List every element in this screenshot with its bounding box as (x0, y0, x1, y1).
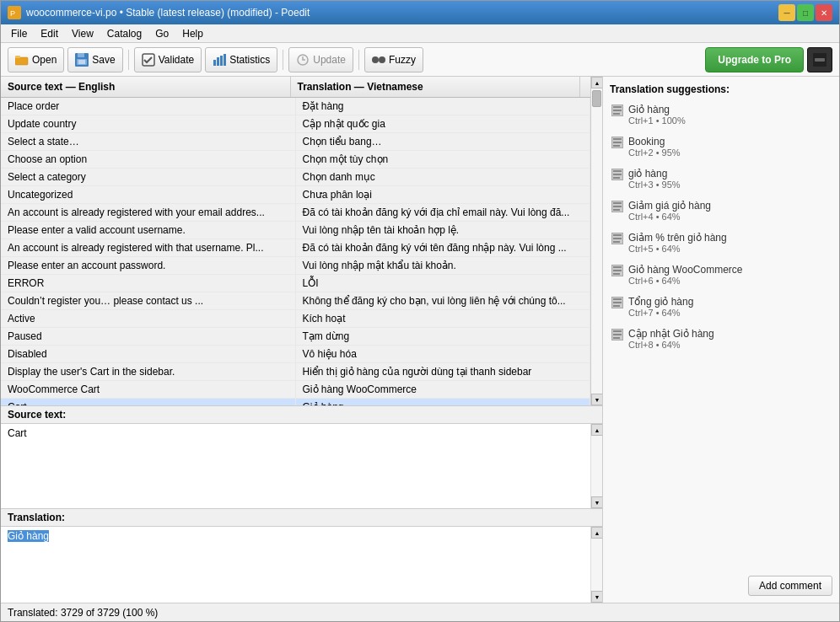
translation-cell: Kích hoạt (296, 310, 591, 327)
fuzzy-button[interactable]: Fuzzy (364, 47, 423, 72)
table-row[interactable]: Update country Cập nhật quốc gia (1, 115, 590, 133)
table-row[interactable]: Paused Tạm dừng (1, 328, 590, 346)
scroll-thumb[interactable] (592, 90, 601, 107)
svg-rect-32 (613, 241, 620, 243)
suggestion-text-block: Booking Ctrl+2 • 95% (628, 136, 681, 158)
suggestion-text: Booking (628, 136, 681, 147)
pro-icon-button[interactable] (807, 47, 832, 72)
table-row[interactable]: Place order Đặt hàng (1, 98, 590, 115)
table-row[interactable]: ERROR LỖI (1, 275, 590, 292)
menu-catalog[interactable]: Catalog (100, 26, 148, 41)
title-bar-left: P woocommerce-vi.po • Stable (latest rel… (8, 6, 310, 19)
update-button[interactable]: Update (288, 47, 353, 72)
table-row[interactable]: Please enter an account password. Vui lò… (1, 257, 590, 275)
suggestion-item[interactable]: Giỏ hàng WooCommerce Ctrl+6 • 64% (610, 262, 832, 287)
table-row[interactable]: Disabled Vô hiệu hóa (1, 346, 590, 363)
table-row[interactable]: Cart Giỏ hàng (1, 399, 590, 405)
table-row[interactable]: WooCommerce Cart Giỏ hàng WooCommerce (1, 381, 590, 399)
suggestion-item[interactable]: Cập nhật Giỏ hàng Ctrl+8 • 64% (610, 326, 832, 351)
menu-go[interactable]: Go (148, 26, 175, 41)
menu-help[interactable]: Help (175, 26, 210, 41)
scroll-down-arrow[interactable]: ▼ (591, 394, 602, 405)
suggestion-text-block: giỏ hàng Ctrl+3 • 95% (628, 168, 681, 190)
table-row[interactable]: Please enter a valid account username. V… (1, 222, 590, 239)
source-scrollbar[interactable]: ▲ ▼ (590, 424, 602, 508)
suggestion-item[interactable]: Giảm giá giỏ hàng Ctrl+4 • 64% (610, 198, 832, 223)
translation-cell: Đã có tài khoản đăng ký với tên đăng nhậ… (296, 239, 591, 256)
source-cell: Select a category (1, 169, 296, 185)
validate-button[interactable]: Validate (134, 47, 202, 72)
trans-scroll-down[interactable]: ▼ (591, 591, 603, 603)
svg-rect-39 (613, 330, 622, 332)
trans-scroll-up[interactable]: ▲ (591, 527, 603, 539)
menu-view[interactable]: View (65, 26, 100, 41)
suggestion-text-block: Giảm giá giỏ hàng Ctrl+4 • 64% (628, 200, 711, 222)
suggestion-meta: Ctrl+6 • 64% (628, 276, 743, 286)
menu-file[interactable]: File (4, 26, 34, 41)
close-button[interactable]: ✕ (816, 4, 832, 21)
open-button[interactable]: Open (8, 47, 64, 72)
translation-cell: Không thể đăng ký cho bạn, vui lòng liên… (296, 292, 591, 309)
table-row[interactable]: Active Kích hoạt (1, 310, 590, 328)
save-button[interactable]: Save (67, 47, 122, 72)
svg-rect-2 (15, 57, 28, 65)
svg-rect-11 (220, 56, 223, 66)
menu-edit[interactable]: Edit (34, 26, 65, 41)
translation-cell: Chưa phân loại (296, 186, 591, 203)
statistics-button[interactable]: Statistics (205, 47, 277, 72)
svg-point-15 (379, 56, 385, 63)
src-scroll-up[interactable]: ▲ (591, 424, 603, 436)
add-comment-button[interactable]: Add comment (748, 576, 832, 596)
translation-label: Translation: (1, 509, 602, 527)
suggestion-meta: Ctrl+7 • 64% (628, 308, 693, 318)
update-icon (296, 53, 310, 67)
table-row[interactable]: Couldn’t register you… please contact us… (1, 292, 590, 310)
scroll-up-arrow[interactable]: ▲ (591, 77, 602, 88)
minimize-button[interactable]: ─ (778, 4, 795, 21)
svg-rect-20 (613, 113, 620, 115)
svg-rect-17 (815, 58, 825, 62)
table-row[interactable]: Choose an option Chọn một tùy chọn (1, 151, 590, 169)
table-scrollbar[interactable]: ▲ ▼ (590, 77, 602, 405)
translation-table-wrapper: Source text — English Translation — Viet… (1, 77, 602, 405)
suggestion-item[interactable]: Tổng giỏ hàng Ctrl+7 • 64% (610, 294, 832, 319)
table-row[interactable]: An account is already registered with yo… (1, 204, 590, 222)
table-row[interactable]: Select a category Chọn danh mục (1, 169, 590, 186)
source-cell: Uncategorized (1, 186, 296, 203)
translation-cell: Đặt hàng (296, 98, 591, 115)
suggestion-item[interactable]: Giỏ hàng Ctrl+1 • 100% (610, 102, 832, 127)
table-row[interactable]: Select a state… Chọn tiểu bang… (1, 133, 590, 151)
svg-rect-10 (217, 57, 219, 66)
suggestion-item[interactable]: giỏ hàng Ctrl+3 • 95% (610, 166, 832, 191)
suggestion-icon (611, 169, 623, 180)
col1-header: Source text — English (1, 77, 291, 97)
svg-rect-5 (78, 53, 84, 57)
table-row[interactable]: Display the user's Cart in the sidebar. … (1, 363, 590, 381)
table-row[interactable]: An account is already registered with th… (1, 239, 590, 257)
status-bar: Translated: 3729 of 3729 (100 %) (1, 603, 839, 621)
src-scroll-track (591, 436, 602, 496)
suggestion-item[interactable]: Booking Ctrl+2 • 95% (610, 134, 832, 159)
svg-rect-38 (613, 305, 620, 307)
toolbar-sep-1 (128, 50, 129, 70)
suggestion-text-block: Giỏ hàng WooCommerce Ctrl+6 • 64% (628, 264, 743, 286)
svg-rect-26 (613, 177, 620, 179)
source-text-row: Cart ▲ ▼ (1, 424, 602, 509)
table-row[interactable]: Uncategorized Chưa phân loại (1, 186, 590, 204)
translation-content[interactable]: Giỏ hàng (1, 527, 590, 603)
translation-selected-text: Giỏ hàng (8, 530, 49, 542)
svg-point-14 (372, 56, 379, 63)
maximize-button[interactable]: □ (797, 4, 814, 21)
svg-rect-31 (613, 238, 622, 239)
update-label: Update (313, 54, 346, 66)
toolbar-sep-2 (283, 50, 283, 70)
svg-rect-3 (15, 56, 20, 58)
svg-rect-23 (613, 145, 620, 147)
src-scroll-down[interactable]: ▼ (591, 496, 603, 508)
suggestion-item[interactable]: Giảm % trên giỏ hàng Ctrl+5 • 64% (610, 230, 832, 255)
suggestion-text-block: Giỏ hàng Ctrl+1 • 100% (628, 104, 686, 126)
toolbar: Open Save Validate Statistics Upda (1, 43, 839, 77)
trans-scrollbar[interactable]: ▲ ▼ (590, 527, 602, 603)
upgrade-button[interactable]: Upgrade to Pro (705, 47, 804, 72)
suggestion-icon (611, 137, 623, 148)
